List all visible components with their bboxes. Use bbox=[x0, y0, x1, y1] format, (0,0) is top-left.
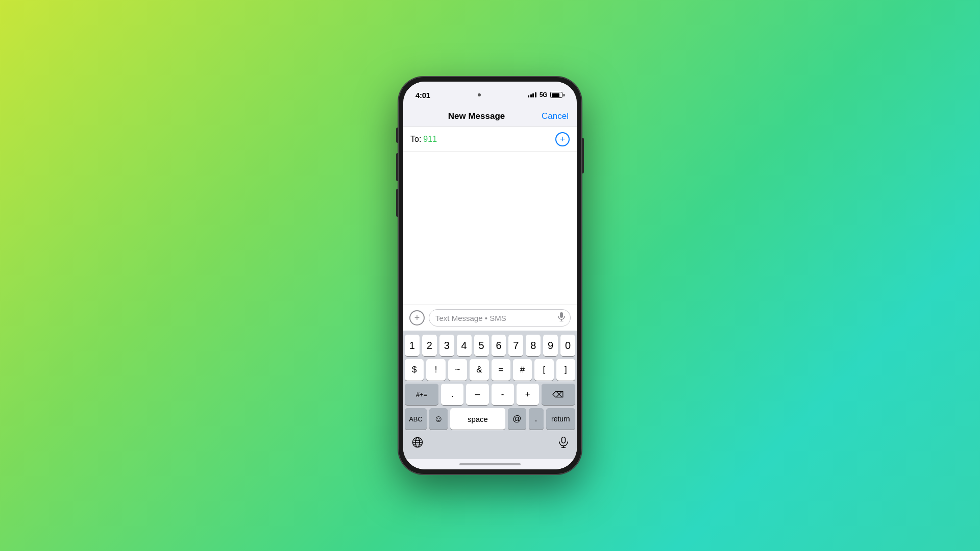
attachment-button[interactable]: + bbox=[409, 310, 425, 325]
network-type-label: 5G bbox=[540, 91, 547, 98]
message-input-bar: + Text Message • SMS bbox=[403, 305, 577, 331]
key-hash[interactable]: # bbox=[513, 359, 532, 381]
page-title: New Message bbox=[411, 111, 542, 121]
key-3[interactable]: 3 bbox=[439, 335, 454, 356]
battery-icon bbox=[550, 92, 565, 98]
phone-screen: 4:01 5G bbox=[403, 82, 577, 469]
keyboard-bottom-bar bbox=[405, 433, 575, 457]
key-ampersand[interactable]: & bbox=[470, 359, 488, 381]
backspace-key[interactable]: ⌫ bbox=[542, 384, 575, 405]
status-icons: 5G bbox=[528, 91, 565, 98]
to-field: To: 911 + bbox=[403, 127, 577, 152]
key-2[interactable]: 2 bbox=[422, 335, 437, 356]
cancel-button[interactable]: Cancel bbox=[542, 111, 569, 121]
home-indicator bbox=[403, 459, 577, 469]
mic-bottom-icon[interactable] bbox=[555, 435, 572, 453]
add-contact-button[interactable]: + bbox=[555, 132, 570, 146]
globe-icon[interactable] bbox=[408, 435, 427, 453]
volume-down-button[interactable] bbox=[396, 189, 398, 217]
keyboard: 1 2 3 4 5 6 7 8 9 0 $ ! ~ & = bbox=[403, 331, 577, 459]
message-area[interactable] bbox=[403, 152, 577, 305]
key-minus[interactable]: - bbox=[492, 384, 514, 405]
recipient-number[interactable]: 911 bbox=[423, 135, 555, 144]
key-7[interactable]: 7 bbox=[508, 335, 523, 356]
svg-rect-0 bbox=[560, 312, 563, 318]
power-button[interactable] bbox=[582, 138, 584, 173]
key-9[interactable]: 9 bbox=[543, 335, 558, 356]
key-space[interactable]: space bbox=[450, 408, 505, 430]
key-dollar[interactable]: $ bbox=[405, 359, 424, 381]
key-1[interactable]: 1 bbox=[405, 335, 420, 356]
camera-dot bbox=[478, 93, 481, 96]
key-8[interactable]: 8 bbox=[526, 335, 541, 356]
key-0[interactable]: 0 bbox=[560, 335, 575, 356]
svg-rect-6 bbox=[562, 437, 566, 443]
key-abc[interactable]: ABC bbox=[405, 408, 427, 430]
plus-icon: + bbox=[414, 313, 420, 323]
key-tilde[interactable]: ~ bbox=[448, 359, 467, 381]
signal-bars-icon bbox=[528, 92, 536, 97]
keyboard-row-numbers: 1 2 3 4 5 6 7 8 9 0 bbox=[405, 335, 575, 356]
message-ui: New Message Cancel To: 911 + + Text Mess… bbox=[403, 104, 577, 459]
keyboard-row-misc: #+= . – - + ⌫ bbox=[405, 384, 575, 405]
volume-up-button[interactable] bbox=[396, 153, 398, 181]
key-bracket-open[interactable]: [ bbox=[534, 359, 553, 381]
plus-circle-icon: + bbox=[560, 134, 566, 145]
phone-frame: 4:01 5G bbox=[398, 77, 582, 474]
message-input-placeholder: Text Message • SMS bbox=[435, 314, 506, 322]
key-4[interactable]: 4 bbox=[457, 335, 472, 356]
key-plus[interactable]: + bbox=[517, 384, 539, 405]
home-bar bbox=[459, 463, 521, 465]
key-5[interactable]: 5 bbox=[474, 335, 489, 356]
key-return[interactable]: return bbox=[546, 408, 575, 430]
key-period[interactable]: . bbox=[441, 384, 463, 405]
key-emoji[interactable]: ☺ bbox=[429, 408, 448, 430]
message-header: New Message Cancel bbox=[403, 104, 577, 127]
key-6[interactable]: 6 bbox=[492, 335, 506, 356]
message-input-wrapper[interactable]: Text Message • SMS bbox=[429, 309, 571, 327]
status-time: 4:01 bbox=[415, 91, 430, 99]
key-dot-bottom[interactable]: . bbox=[529, 408, 544, 430]
key-exclaim[interactable]: ! bbox=[426, 359, 445, 381]
key-equals[interactable]: = bbox=[492, 359, 510, 381]
voice-input-icon[interactable] bbox=[558, 312, 565, 323]
key-en-dash[interactable]: – bbox=[466, 384, 488, 405]
key-switch-symbol[interactable]: #+= bbox=[405, 384, 438, 405]
keyboard-row-symbols: $ ! ~ & = # [ ] bbox=[405, 359, 575, 381]
key-bracket-close[interactable]: ] bbox=[556, 359, 575, 381]
keyboard-row-bottom: ABC ☺ space @ . return bbox=[405, 408, 575, 430]
status-bar: 4:01 5G bbox=[403, 82, 577, 104]
to-label: To: bbox=[410, 135, 421, 144]
key-at[interactable]: @ bbox=[508, 408, 526, 430]
mute-button[interactable] bbox=[396, 128, 398, 143]
